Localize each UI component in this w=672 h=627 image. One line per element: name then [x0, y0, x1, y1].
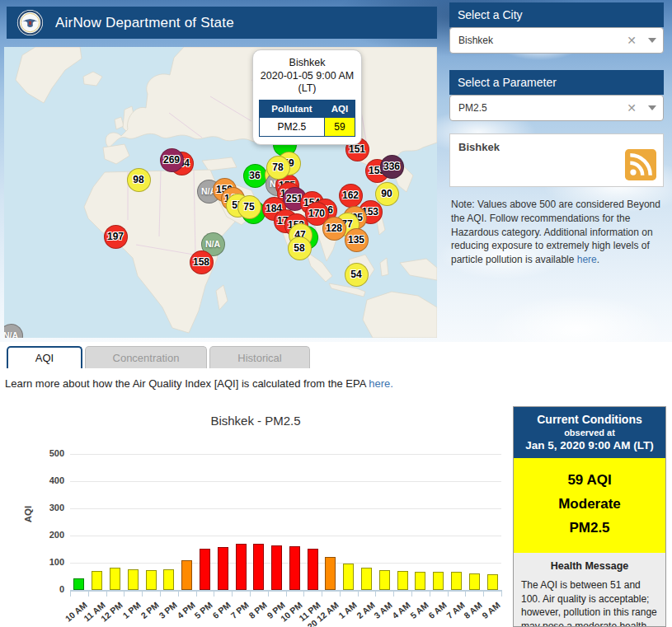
aqi-marker[interactable]: 336	[380, 155, 404, 179]
chart-gridline	[70, 508, 501, 509]
chart-x-tick	[303, 592, 304, 597]
chart-bar[interactable]	[361, 568, 372, 590]
chart-x-tick-label: 7 PM	[228, 600, 250, 620]
parameter-caret-icon[interactable]	[648, 105, 656, 110]
aqi-marker[interactable]: 75	[237, 195, 261, 219]
chart-bar[interactable]	[163, 569, 174, 590]
chart-bar[interactable]	[469, 573, 480, 590]
chart-x-tick-label: 4 AM	[390, 600, 412, 620]
chart-bar[interactable]	[343, 564, 354, 590]
parameter-select[interactable]: PM2.5 ✕	[449, 95, 664, 121]
city-select-header: Select a City	[449, 2, 664, 27]
cc-health-message: Health Message The AQI is between 51 and…	[514, 553, 665, 627]
popup-aqi-value: 59	[324, 117, 355, 136]
rss-icon[interactable]	[625, 149, 656, 180]
learn-more-here-link[interactable]: here.	[369, 377, 393, 390]
chart-gridline	[70, 536, 501, 536]
chart-bar[interactable]	[325, 557, 336, 590]
chart-bar[interactable]	[271, 545, 282, 590]
chart-bar[interactable]	[181, 560, 192, 590]
note-here-link[interactable]: here	[577, 254, 597, 265]
cc-aqi-value: 59 AQI	[519, 472, 660, 489]
chart-x-tick-label: 2 AM	[355, 600, 377, 620]
chart-x-tick	[250, 592, 251, 597]
cc-aqi-block: 59 AQI Moderate PM2.5	[514, 458, 665, 553]
chart-bar[interactable]	[308, 549, 318, 590]
chart-y-tick-label: 300	[35, 503, 64, 512]
chart-y-tick-label: 0	[35, 584, 64, 594]
chart-bar[interactable]	[397, 571, 408, 590]
chart-y-tick-label: 400	[35, 475, 64, 485]
chart-x-tick	[358, 592, 359, 597]
learn-more-text: Learn more about how the Air Quality Ind…	[5, 377, 369, 390]
cc-observed-at: observed at	[517, 428, 662, 437]
chart-bar[interactable]	[433, 572, 444, 590]
chart-bar[interactable]	[128, 569, 139, 590]
parameter-clear-icon[interactable]: ✕	[627, 101, 637, 115]
chart-x-tick	[124, 592, 125, 597]
chart-gridline	[70, 563, 501, 564]
chart-x-tick-label: 8 AM	[462, 600, 484, 620]
chart-y-tick-label: 500	[35, 448, 64, 458]
popup-col-pollutant: Pollutant	[260, 100, 325, 117]
chart-x-tick-label: 6 PM	[210, 600, 232, 620]
aqi-marker[interactable]: 54	[345, 263, 369, 287]
note-suffix: .	[597, 254, 599, 265]
chart-gridline	[70, 481, 501, 482]
tab-concentration[interactable]: Concentration	[85, 346, 207, 368]
aqi-marker[interactable]: 78	[266, 156, 290, 180]
chart-x-tick	[430, 592, 430, 597]
chart-bar[interactable]	[218, 547, 228, 590]
popup-table: Pollutant AQI PM2.5 59	[259, 100, 355, 137]
aqi-marker[interactable]: 98	[127, 168, 151, 192]
aqi-marker[interactable]: 135	[345, 228, 369, 252]
chart-bar[interactable]	[379, 570, 390, 590]
city-select-label: Select a City	[458, 8, 523, 21]
city-select[interactable]: Bishkek ✕	[449, 27, 664, 54]
chart-bar[interactable]	[415, 572, 425, 590]
city-clear-icon[interactable]: ✕	[627, 34, 637, 47]
popup-col-aqi: AQI	[324, 100, 355, 117]
aqi-marker[interactable]: 90	[375, 182, 399, 206]
chart-bar[interactable]	[236, 544, 247, 590]
aqi-marker[interactable]: 197	[104, 225, 128, 249]
chart-bar[interactable]	[200, 549, 210, 590]
map-popup: Bishkek 2020-01-05 9:00 AM (LT) Pollutan…	[252, 49, 362, 145]
chart-x-tick	[393, 592, 394, 597]
chart-y-axis-title: AQI	[23, 506, 33, 522]
chart-bar[interactable]	[451, 572, 462, 590]
city-caret-icon[interactable]	[648, 38, 656, 43]
chart-x-tick	[448, 592, 449, 597]
parameter-select-value: PM2.5	[458, 102, 627, 114]
tab-historical[interactable]: Historical	[209, 346, 310, 368]
app-title: AirNow Department of State	[55, 15, 234, 31]
app-header: AirNow Department of State	[7, 7, 437, 39]
city-select-value: Bishkek	[458, 35, 627, 46]
aqi-bar-chart: Bishkek - PM2.5 AQI 010020030040050010 A…	[0, 404, 511, 627]
chart-bar[interactable]	[289, 546, 300, 590]
aqi-marker[interactable]: 158	[190, 250, 214, 274]
world-aqi-map[interactable]: 98154269N/A150142557536197N/A158N/A78N/A…	[4, 47, 437, 338]
aqi-marker[interactable]: 269	[160, 148, 184, 172]
aqi-marker[interactable]: 58	[288, 236, 312, 260]
learn-more-line: Learn more about how the Air Quality Ind…	[5, 377, 393, 390]
aqi-marker[interactable]: 162	[339, 184, 363, 208]
chart-bar[interactable]	[146, 570, 157, 590]
aqi-marker[interactable]: 128	[322, 217, 346, 241]
chart-bar[interactable]	[92, 571, 102, 590]
chart-x-tick-label: 3 AM	[372, 600, 394, 620]
chart-bar[interactable]	[110, 568, 120, 590]
chart-x-tick-label: 1 PM	[120, 600, 142, 620]
chart-x-tick	[160, 592, 161, 597]
chart-bar[interactable]	[73, 578, 84, 590]
chart-x-tick	[411, 592, 412, 597]
cc-aqi-category: Moderate	[519, 496, 660, 512]
chart-x-tick-label: 6 AM	[426, 600, 449, 620]
chart-x-tick-label: 1 AM	[336, 600, 359, 620]
chart-bar[interactable]	[253, 544, 264, 590]
chart-bar[interactable]	[487, 574, 498, 590]
aqi-marker[interactable]: 36	[243, 164, 267, 188]
tab-aqi[interactable]: AQI	[7, 346, 82, 368]
chart-x-tick-label: 5 AM	[408, 600, 430, 620]
chart-x-tick	[286, 592, 287, 597]
